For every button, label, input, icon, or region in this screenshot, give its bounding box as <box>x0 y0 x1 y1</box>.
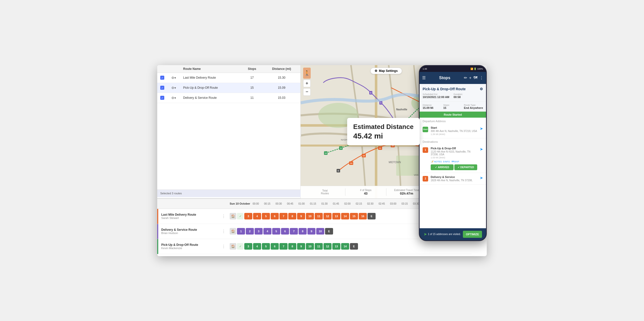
phone-dist-label: Distance: <box>423 104 442 106</box>
phone-stop-2[interactable]: 2 Delivery & Service 1828 4th Ave N, Nas… <box>420 173 486 185</box>
phone-menu-icon[interactable]: ☰ <box>422 75 426 80</box>
stop-14-1[interactable]: 14 <box>341 213 349 219</box>
svg-text:11: 11 <box>340 147 342 149</box>
stop-10-2[interactable]: 10 <box>316 228 324 235</box>
phone-route-header: Pick-Up & Drop-Off Route ⚙ Scheduled For… <box>420 84 486 102</box>
gear-btn-row1[interactable]: ⚙▾ <box>170 75 177 80</box>
stop-4-3[interactable]: 4 <box>253 243 261 250</box>
stop-13-1[interactable]: 13 <box>332 213 340 219</box>
stop-11-3[interactable]: 11 <box>315 243 323 250</box>
stop-16-1[interactable]: 16 <box>359 213 367 219</box>
stop-4-1[interactable]: 4 <box>253 213 261 219</box>
svg-text:5: 5 <box>380 102 382 104</box>
phone-stop-info-start: Start 300 4th Ave N, Nashville, TN 37219… <box>431 126 477 135</box>
stop-check-1[interactable]: ✓ <box>237 213 244 219</box>
mobile-phone: 1:46 📶 🔋 100% ☰ Stops ✏ + 🗺 ⋮ Pick-Up & … <box>419 65 487 241</box>
stop-13-3[interactable]: 13 <box>332 243 340 250</box>
departed-btn[interactable]: ✓ DEPARTED <box>454 164 477 170</box>
phone-bottom-left: ➤ 1 of 15 addresses are visited. <box>424 232 461 237</box>
zoom-in-btn[interactable]: + <box>303 80 311 87</box>
stop-home-2[interactable]: 🏠 <box>230 228 236 235</box>
route-table: Route Name Stops Distance (mi) ✓ ⚙▾ Last… <box>157 65 300 103</box>
checkbox-row2[interactable]: ✓ <box>160 86 164 90</box>
checkbox-row3[interactable]: ✓ <box>160 96 164 100</box>
optimize-btn[interactable]: OPTIMIZE <box>463 231 482 238</box>
stop-8-3[interactable]: 8 <box>288 243 296 250</box>
stop-5-3[interactable]: 5 <box>262 243 270 250</box>
stop-3-2[interactable]: 3 <box>255 228 263 235</box>
phone-destinations-section: Destinations <box>420 138 486 144</box>
route-row-menu-2[interactable]: ⋮ <box>222 229 226 234</box>
svg-text:12: 12 <box>325 152 327 154</box>
stop-9-2[interactable]: 9 <box>307 228 315 235</box>
collapse-panel-btn[interactable]: ‹ <box>301 127 301 137</box>
zoom-out-btn[interactable]: − <box>303 88 311 96</box>
route-row-menu-1[interactable]: ⋮ <box>222 214 226 219</box>
stop-7-2[interactable]: 7 <box>290 228 298 235</box>
gear-btn-row2[interactable]: ⚙▾ <box>170 85 177 90</box>
stop-6-3[interactable]: 6 <box>271 243 279 250</box>
stop-3-1[interactable]: 3 <box>244 213 252 219</box>
phone-stop-1[interactable]: 1 Pick-Up & Drop-Off 1120 4th Ave N #103… <box>420 144 486 173</box>
stop-8-2[interactable]: 8 <box>299 228 307 235</box>
stop-8-1[interactable]: 8 <box>288 213 296 219</box>
stop-home-3[interactable]: 🏠 <box>230 243 236 250</box>
checkbox-row1[interactable]: ✓ <box>160 76 164 80</box>
table-row[interactable]: ✓ ⚙▾ Delivery & Service Route 11 15.03 <box>157 93 300 103</box>
tick-0: 00:00 <box>252 202 264 205</box>
stop-10-1[interactable]: 10 <box>306 213 314 219</box>
route-row-menu-3[interactable]: ⋮ <box>222 244 226 249</box>
notes-btn[interactable]: 📝 NOTES <box>431 160 442 163</box>
tick-13: 03:15 <box>401 202 413 205</box>
phone-route-name: Pick-Up & Drop-Off Route <box>423 87 466 91</box>
stop-12-1[interactable]: 12 <box>324 213 332 219</box>
stop-end-3[interactable]: E <box>350 243 358 250</box>
stop-9-3[interactable]: 9 <box>297 243 305 250</box>
map-stop-btn[interactable]: 🗺 MAP <box>452 160 459 163</box>
stop-end-2[interactable]: E <box>325 228 333 235</box>
stop-1-2[interactable]: 1 <box>237 228 245 235</box>
stop-14-3[interactable]: 14 <box>341 243 349 250</box>
phone-more-icon[interactable]: ⋮ <box>479 75 484 80</box>
phone-nav-btn-start[interactable]: ➤ <box>480 126 483 131</box>
stop-11-1[interactable]: 11 <box>315 213 323 219</box>
map-settings-btn[interactable]: ⚙ Map Settings <box>370 68 402 74</box>
phone-stop-start[interactable]: Start Start 300 4th Ave N, Nashville, TN… <box>420 124 486 138</box>
stat-total: Total Routes <box>305 189 345 195</box>
stop-4-2[interactable]: 4 <box>263 228 271 235</box>
phone-map-icon[interactable]: 🗺 <box>473 76 477 80</box>
route-row-person-1: Sarah Stewart <box>161 216 196 219</box>
gear-btn-row3[interactable]: ⚙▾ <box>170 96 177 100</box>
stop-2-2[interactable]: 2 <box>246 228 254 235</box>
stop-15-1[interactable]: 15 <box>350 213 358 219</box>
phone-stop-info-2: Delivery & Service 1828 4th Ave N, Nashv… <box>431 175 477 182</box>
phone-nav-btn-1[interactable]: ➤ <box>480 147 483 152</box>
stop-10-3[interactable]: 10 <box>306 243 314 250</box>
stop-12-3[interactable]: 12 <box>324 243 332 250</box>
table-row[interactable]: ✓ ⚙▾ Last Mile Delivery Route 17 15.30 <box>157 73 300 83</box>
info-btn[interactable]: ℹ INFO <box>443 160 450 163</box>
stop-9-1[interactable]: 9 <box>297 213 305 219</box>
stop-7-3[interactable]: 7 <box>279 243 288 250</box>
table-row[interactable]: ✓ ⚙▾ Pick-Up & Drop-Off Route 15 15.09 <box>157 83 300 93</box>
stop-3-3[interactable]: 3 <box>244 243 252 250</box>
phone-stops-label: Stops: <box>443 104 462 106</box>
stop-home-1[interactable]: 🏠 <box>230 213 236 219</box>
phone-nav-btn-2[interactable]: ➤ <box>480 175 483 180</box>
phone-edit-icon[interactable]: ✏ <box>464 75 467 80</box>
stop-5-2[interactable]: 5 <box>272 228 280 235</box>
estimated-distance-tooltip: Estimated Distance 45.42 mi <box>347 118 420 145</box>
street-view-btn[interactable]: 🚶 <box>303 68 311 79</box>
tick-12: 03:00 <box>389 202 401 205</box>
phone-add-icon[interactable]: + <box>469 76 471 80</box>
stop-end-1[interactable]: E <box>368 213 376 219</box>
stop-5-1[interactable]: 5 <box>262 213 270 219</box>
stop-6-1[interactable]: 6 <box>271 213 279 219</box>
stop-6-2[interactable]: 6 <box>281 228 289 235</box>
arrived-btn[interactable]: ✓ ARRIVED <box>431 164 454 170</box>
phone-stops-value: 15 <box>443 106 462 109</box>
stop-check-3[interactable]: ✓ <box>237 243 244 250</box>
phone-settings-icon[interactable]: ⚙ <box>480 87 483 91</box>
est-distance-title: Estimated Distance <box>353 123 414 131</box>
stop-7-1[interactable]: 7 <box>279 213 288 219</box>
